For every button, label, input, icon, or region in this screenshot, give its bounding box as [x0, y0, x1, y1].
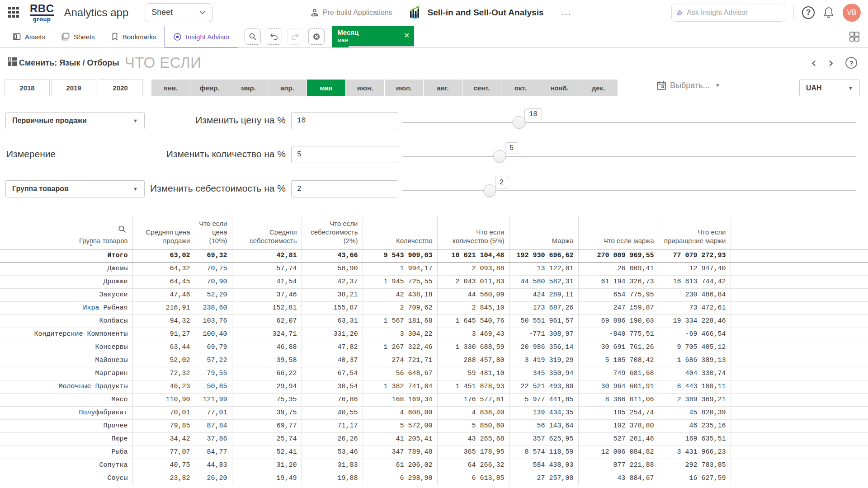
dimension-cell[interactable]: Молочные Продукты	[0, 380, 132, 393]
currency-dropdown[interactable]: UAH ▼	[799, 80, 860, 96]
month-button-9[interactable]: сент.	[462, 80, 501, 96]
help-icon[interactable]: ?	[802, 6, 815, 19]
column-header[interactable]: Средняя себестоимость	[232, 216, 302, 249]
price-change-input[interactable]	[291, 112, 398, 129]
ask-insight-advisor-input[interactable]	[687, 9, 780, 17]
date-picker-dropdown[interactable]: Выбрать... ▼	[656, 80, 720, 90]
dimension-cell[interactable]: Маргарин	[0, 367, 132, 380]
dimension-cell[interactable]: Мясо	[0, 393, 132, 406]
table-row: Консервы63,4469,7946,8847,821 267 322,46…	[0, 341, 868, 354]
measure-cell: 69 886 190,03	[578, 314, 659, 328]
tab-sheets[interactable]: Sheets	[53, 26, 103, 47]
measure-cell: 5 977 441,85	[509, 393, 578, 406]
measure-cell: 288 457,80	[437, 354, 509, 367]
month-button-11[interactable]: нояб.	[540, 80, 579, 96]
month-button-2[interactable]: февр.	[190, 80, 229, 96]
month-button-4[interactable]: апр.	[268, 80, 307, 96]
measure-cell: 63,44	[132, 341, 195, 354]
month-button-7[interactable]: июл.	[385, 80, 423, 96]
more-menu-button[interactable]: ...	[559, 8, 574, 17]
dimension-cell[interactable]: Консервы	[0, 341, 132, 354]
measure-cell: 324,71	[232, 328, 302, 341]
measure-cell: 247 159,87	[578, 301, 659, 314]
year-button-2020[interactable]: 2020	[98, 80, 143, 96]
column-header[interactable]: Что если цена (10%)	[195, 216, 232, 249]
slider-handle[interactable]	[513, 116, 525, 129]
notifications-bell-icon[interactable]	[823, 6, 835, 19]
slider-track[interactable]	[402, 122, 856, 123]
dimension-cell[interactable]: Закуски	[0, 288, 132, 301]
column-header[interactable]: Группа товаров▲	[0, 216, 132, 249]
redo-selection-icon[interactable]	[287, 28, 303, 45]
quantity-change-input[interactable]	[291, 146, 398, 163]
dimension-cell[interactable]: Прочее	[0, 419, 132, 432]
year-button-2019[interactable]: 2019	[51, 80, 96, 96]
column-header[interactable]: Количество	[363, 216, 437, 249]
dimension-cell[interactable]: Джемы	[0, 262, 132, 275]
dimension-cell[interactable]: Кондитерские Компоненты	[0, 328, 132, 341]
layout-grid-icon	[8, 57, 17, 66]
month-button-12[interactable]: дек.	[579, 80, 618, 96]
column-header[interactable]: Что если себестоимость (2%)	[302, 216, 363, 249]
month-button-10[interactable]: окт.	[501, 80, 540, 96]
cost-change-input[interactable]	[291, 180, 398, 197]
slider-handle[interactable]	[493, 150, 506, 163]
ask-insight-advisor-box[interactable]	[671, 4, 785, 22]
slider-track[interactable]	[402, 156, 856, 157]
chip-selection-bar	[332, 46, 414, 47]
column-header	[731, 216, 868, 249]
tab-insight-advisor[interactable]: Insight Advisor	[165, 26, 239, 47]
rbc-group-logo[interactable]: RBC group	[30, 3, 54, 22]
measure-dropdown[interactable]: Первичные продажи ▼	[5, 112, 145, 129]
column-header[interactable]: Что если количество (5%)	[437, 216, 509, 249]
avatar[interactable]: VB	[843, 4, 861, 22]
switch-language-link[interactable]: Сменить: Язык / Отборы	[19, 58, 119, 68]
measure-cell: 4 838,40	[437, 406, 509, 419]
measure-cell: 9 705 405,12	[659, 341, 731, 354]
slider-handle[interactable]	[483, 184, 496, 197]
sheet-grid-icon[interactable]	[849, 31, 860, 42]
slider-track[interactable]	[402, 190, 856, 191]
column-header[interactable]: Маржа	[509, 216, 578, 249]
measure-cell: -69 466,54	[659, 328, 731, 341]
tab-bookmarks[interactable]: Bookmarks	[103, 26, 165, 47]
tab-assets[interactable]: Assets	[5, 26, 53, 47]
month-button-5[interactable]: мая	[307, 80, 345, 96]
measure-cell: 84,77	[195, 446, 232, 459]
month-button-8[interactable]: авг.	[424, 80, 462, 96]
month-button-1[interactable]: янв.	[151, 80, 190, 96]
empty-cell	[731, 354, 868, 367]
dimension-cell[interactable]: Соусы	[0, 472, 132, 485]
year-button-2018[interactable]: 2018	[5, 80, 50, 96]
dimension-cell[interactable]: Сопутка	[0, 459, 132, 472]
chip-close-icon[interactable]: ✕	[404, 31, 410, 40]
empty-cell	[731, 341, 868, 354]
column-search-icon[interactable]	[118, 225, 126, 235]
column-header[interactable]: Средняя цена продажи	[132, 216, 195, 249]
measure-cell: -840 775,51	[578, 328, 659, 341]
dimension-cell[interactable]: Рыба	[0, 446, 132, 459]
sheet-help-icon[interactable]: ?	[845, 57, 857, 69]
dimension-dropdown[interactable]: Группа товаров ▼	[5, 180, 145, 197]
previous-sheet-icon[interactable]: ‹	[811, 56, 816, 70]
dimension-cell[interactable]: Колбасы	[0, 314, 132, 328]
sheet-selector-dropdown[interactable]: Sheet	[145, 3, 212, 22]
month-button-3[interactable]: мар.	[229, 80, 268, 96]
clear-all-selections-icon[interactable]	[308, 28, 325, 45]
dimension-cell[interactable]: Дрожжи	[0, 275, 132, 288]
measure-cell: 77,01	[195, 406, 232, 419]
next-sheet-icon[interactable]: ›	[828, 56, 834, 70]
month-button-6[interactable]: июн.	[346, 80, 384, 96]
selection-chip-month[interactable]: Месяц мая ✕	[332, 26, 414, 47]
dimension-cell[interactable]: Икра Рыбная	[0, 301, 132, 314]
dimension-cell[interactable]: Полуфабрикат	[0, 406, 132, 419]
search-selections-icon[interactable]	[245, 28, 261, 45]
prebuild-applications-link[interactable]: Pre-build Applications	[310, 8, 392, 17]
column-header[interactable]: Что если маржа	[578, 216, 659, 249]
undo-selection-icon[interactable]	[266, 28, 282, 45]
column-header[interactable]: Что если приращение маржи	[659, 216, 731, 249]
dimension-cell[interactable]: Майонезы	[0, 354, 132, 367]
dimension-cell[interactable]: Пюре	[0, 432, 132, 446]
measure-cell: 39,58	[232, 354, 302, 367]
app-launcher-icon[interactable]	[8, 7, 20, 19]
